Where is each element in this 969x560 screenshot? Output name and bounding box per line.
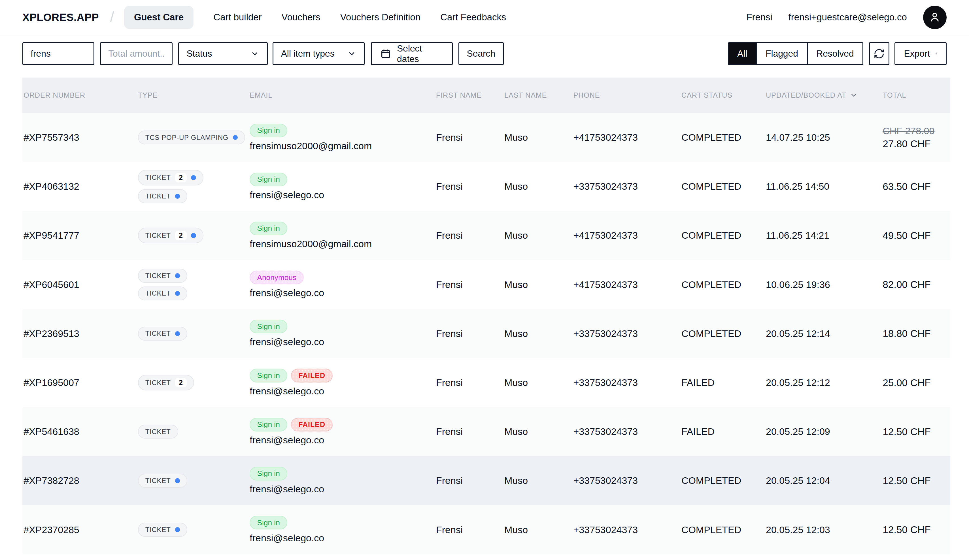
last-name-cell: Muso xyxy=(503,230,572,241)
signin-badge: Sign in xyxy=(250,124,287,137)
column-header-label: EMAIL xyxy=(250,91,272,100)
email-cell: Sign infrensi@selego.co xyxy=(248,173,435,201)
nav-tab-cart-builder[interactable]: Cart builder xyxy=(214,12,262,23)
order-number-cell: #XP6045601 xyxy=(22,279,137,290)
select-dates-label: Select dates xyxy=(397,43,443,64)
signin-badge: Sign in xyxy=(250,222,287,235)
view-filter-group: AllFlaggedResolved xyxy=(728,42,864,65)
total-price: 18.80 CHF xyxy=(882,328,950,339)
phone-cell: +33753024373 xyxy=(572,328,680,339)
email-cell: Sign inFAILEDfrensi@selego.co xyxy=(248,418,435,445)
type-badge: TICKET xyxy=(138,474,188,488)
view-tab-resolved[interactable]: Resolved xyxy=(807,43,863,64)
type-badge: TICKET2 xyxy=(138,375,194,391)
signin-badge: Sign in xyxy=(250,173,287,186)
column-header-label: FIRST NAME xyxy=(436,91,482,100)
blue-dot-icon xyxy=(175,527,180,532)
column-header-label: LAST NAME xyxy=(504,91,547,100)
table-row[interactable]: #XP7557343TCS POP-UP GLAMPINGSign infren… xyxy=(22,113,950,162)
select-dates-button[interactable]: Select dates xyxy=(371,42,453,65)
total-price: 12.50 CHF xyxy=(882,426,950,437)
last-name-cell: Muso xyxy=(503,475,572,486)
cart-status-cell: COMPLETED xyxy=(680,475,765,486)
item-types-select[interactable]: All item types xyxy=(273,42,365,65)
view-tab-all[interactable]: All xyxy=(729,43,756,64)
table-row[interactable]: #XP4063132TICKET2TICKETSign infrensi@sel… xyxy=(22,162,950,211)
type-badge: TICKET2 xyxy=(138,170,203,185)
type-badge: TICKET xyxy=(138,286,188,301)
total-price: 12.50 CHF xyxy=(882,475,950,486)
updated-at-cell: 11.06.25 14:50 xyxy=(765,181,881,192)
column-header-total: TOTAL xyxy=(881,91,950,100)
type-badge-label: TICKET xyxy=(145,272,171,280)
type-badge: TICKET xyxy=(138,425,178,439)
email-address: frensi@selego.co xyxy=(250,336,435,347)
email-address: frensi@selego.co xyxy=(250,484,435,495)
table-row[interactable]: #XP7382728TICKETSign infrensi@selego.coF… xyxy=(22,456,950,505)
column-header-label: TYPE xyxy=(138,91,158,100)
type-cell: TICKET2TICKET xyxy=(137,170,248,203)
blue-dot-icon xyxy=(191,233,196,238)
updated-at-cell: 20.05.25 12:12 xyxy=(765,377,881,388)
total-cell: 82.00 CHF xyxy=(881,279,950,290)
column-header-updated-booked-at[interactable]: UPDATED/BOOKED AT xyxy=(765,91,881,100)
first-name-cell: Frensi xyxy=(435,377,503,388)
type-cell: TICKET2 xyxy=(137,228,248,243)
nav-tab-vouchers[interactable]: Vouchers xyxy=(281,12,320,23)
breadcrumb-separator: / xyxy=(110,8,114,25)
total-cell: 12.50 CHF xyxy=(881,475,950,486)
type-badges: TICKET2 xyxy=(138,375,248,391)
blue-dot-icon xyxy=(175,331,180,336)
email-badges: Sign inFAILED xyxy=(250,369,435,382)
chevron-down-icon xyxy=(347,49,356,58)
chevron-down-icon xyxy=(250,49,260,58)
table-row[interactable]: #XP2369513TICKETSign infrensi@selego.coF… xyxy=(22,309,950,358)
signin-badge: Sign in xyxy=(250,418,287,432)
type-badges: TCS POP-UP GLAMPING xyxy=(138,131,248,145)
table-row[interactable]: #XP6045601TICKETTICKETAnonymousfrensi@se… xyxy=(22,260,950,309)
avatar[interactable] xyxy=(923,6,947,29)
last-name-cell: Muso xyxy=(503,524,572,535)
table-row[interactable]: #XP1695007TICKET2Sign inFAILEDfrensi@sel… xyxy=(22,358,950,407)
table-row[interactable]: #XP2370285TICKETSign infrensi@selego.coF… xyxy=(22,505,950,554)
type-badges: TICKET xyxy=(138,474,248,488)
status-select-label: Status xyxy=(186,48,212,59)
phone-cell: +41753024373 xyxy=(572,132,680,143)
order-number-cell: #XP2370285 xyxy=(22,524,137,535)
column-header-label: TOTAL xyxy=(882,91,906,100)
type-cell: TICKET2 xyxy=(137,375,248,391)
email-address: frensi@selego.co xyxy=(250,189,435,201)
search-button[interactable]: Search xyxy=(458,42,504,65)
type-badges: TICKETTICKET xyxy=(138,269,248,301)
export-button[interactable]: Export xyxy=(894,42,947,65)
updated-at-cell: 14.07.25 10:25 xyxy=(765,132,881,143)
cart-status-cell: FAILED xyxy=(680,377,765,388)
order-number-cell: #XP4063132 xyxy=(22,181,137,192)
search-button-label: Search xyxy=(467,48,496,59)
total-price: 12.50 CHF xyxy=(882,524,950,535)
email-address: frensi@selego.co xyxy=(250,287,435,298)
type-badge-label: TICKET xyxy=(145,232,171,239)
nav-tab-cart-feedbacks[interactable]: Cart Feedbacks xyxy=(440,12,506,23)
type-cell: TICKET xyxy=(137,523,248,537)
person-icon xyxy=(928,11,941,24)
refresh-button[interactable] xyxy=(869,42,889,65)
nav-tab-guest-care[interactable]: Guest Care xyxy=(124,6,194,29)
table-row[interactable]: #XP9541777TICKET2Sign infrensimuso2000@g… xyxy=(22,211,950,260)
total-amount-input[interactable] xyxy=(100,42,173,65)
table-row[interactable]: #XP5461638TICKETSign inFAILEDfrensi@sele… xyxy=(22,407,950,456)
cart-status-cell: COMPLETED xyxy=(680,279,765,290)
status-select[interactable]: Status xyxy=(178,42,268,65)
cart-status-cell: COMPLETED xyxy=(680,328,765,339)
search-input[interactable] xyxy=(22,42,94,65)
total-price: 49.50 CHF xyxy=(882,230,950,241)
last-name-cell: Muso xyxy=(503,377,572,388)
phone-cell: +33753024373 xyxy=(572,524,680,535)
nav-tab-vouchers-definition[interactable]: Vouchers Definition xyxy=(340,12,420,23)
view-tab-flagged[interactable]: Flagged xyxy=(756,43,807,64)
column-header-label: ORDER NUMBER xyxy=(23,91,85,100)
type-badge: TCS POP-UP GLAMPING xyxy=(138,131,245,145)
total-price: 25.00 CHF xyxy=(882,377,950,389)
column-header-cart-status: CART STATUS xyxy=(680,91,765,100)
updated-at-cell: 20.05.25 12:14 xyxy=(765,328,881,339)
